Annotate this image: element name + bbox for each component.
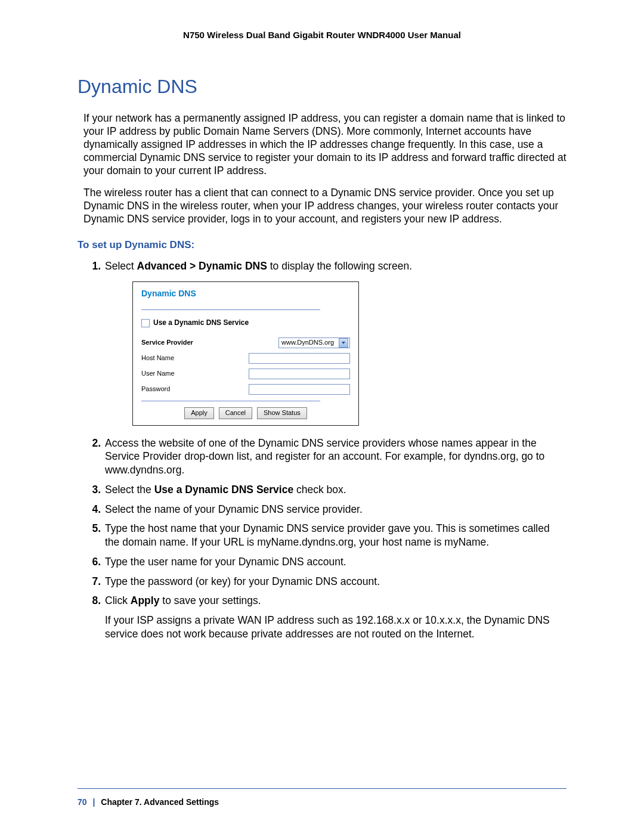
service-provider-row: Service Provider www.DynDNS.org <box>141 337 350 348</box>
cancel-button[interactable]: Cancel <box>219 407 252 419</box>
use-ddns-label: Use a Dynamic DNS Service <box>153 318 249 328</box>
screenshot-title: Dynamic DNS <box>141 288 350 299</box>
step-5: Type the host name that your Dynamic DNS… <box>104 522 566 549</box>
setup-subhead: To set up Dynamic DNS: <box>78 239 566 251</box>
password-row: Password <box>141 384 350 395</box>
page-number: 70 <box>78 797 87 807</box>
step-7: Type the password (or key) for your Dyna… <box>104 575 566 589</box>
user-name-input[interactable] <box>249 368 350 379</box>
step-8-note: If your ISP assigns a private WAN IP add… <box>105 614 566 641</box>
manual-page: N750 Wireless Dual Band Gigabit Router W… <box>0 0 644 833</box>
chevron-down-icon <box>339 338 348 348</box>
password-input[interactable] <box>249 384 350 395</box>
password-label: Password <box>141 385 170 393</box>
divider <box>141 401 320 401</box>
host-name-input[interactable] <box>249 353 350 364</box>
host-name-row: Host Name <box>141 353 350 364</box>
divider <box>141 309 320 310</box>
ddns-screenshot: Dynamic DNS Use a Dynamic DNS Service Se… <box>132 281 359 426</box>
service-provider-value: www.DynDNS.org <box>281 338 334 346</box>
step-3: Select the Use a Dynamic DNS Service che… <box>104 483 566 497</box>
step-8: Click Apply to save your settings. If yo… <box>104 594 566 640</box>
footer-separator: | <box>89 797 98 807</box>
intro-paragraph-1: If your network has a permanently assign… <box>83 112 566 177</box>
apply-button[interactable]: Apply <box>184 407 214 419</box>
host-name-label: Host Name <box>141 354 174 362</box>
show-status-button[interactable]: Show Status <box>257 407 307 419</box>
page-title: Dynamic DNS <box>78 76 566 98</box>
footer-rule <box>78 788 566 789</box>
user-name-label: User Name <box>141 369 175 377</box>
step-4: Select the name of your Dynamic DNS serv… <box>104 503 566 516</box>
intro-paragraph-2: The wireless router has a client that ca… <box>83 187 566 226</box>
document-header: N750 Wireless Dual Band Gigabit Router W… <box>78 30 566 40</box>
chapter-label: Chapter 7. Advanced Settings <box>101 797 219 807</box>
page-footer: 70 | Chapter 7. Advanced Settings <box>78 797 219 807</box>
service-provider-select[interactable]: www.DynDNS.org <box>278 337 350 348</box>
button-row: Apply Cancel Show Status <box>141 407 350 419</box>
service-provider-label: Service Provider <box>141 338 193 346</box>
step-1: Select Advanced > Dynamic DNS to display… <box>104 259 566 426</box>
use-ddns-row: Use a Dynamic DNS Service <box>141 318 350 328</box>
step-2: Access the website of one of the Dynamic… <box>104 436 566 477</box>
use-ddns-checkbox[interactable] <box>141 319 150 327</box>
step-6: Type the user name for your Dynamic DNS … <box>104 555 566 569</box>
user-name-row: User Name <box>141 368 350 379</box>
setup-steps: Select Advanced > Dynamic DNS to display… <box>78 259 566 641</box>
